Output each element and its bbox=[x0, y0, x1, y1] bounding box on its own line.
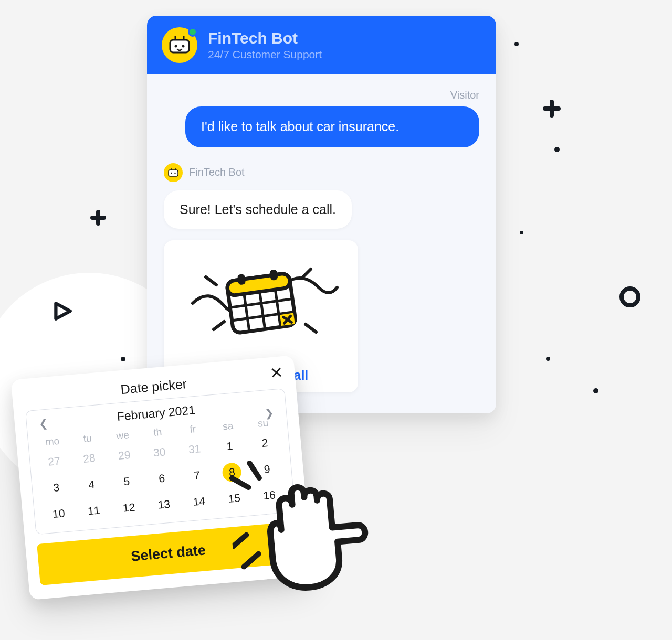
svg-line-12 bbox=[306, 324, 316, 332]
calendar-day[interactable]: 3 bbox=[39, 472, 75, 503]
bot-title: FinTech Bot bbox=[208, 29, 322, 47]
svg-line-27 bbox=[243, 554, 260, 567]
calendar-illustration bbox=[177, 240, 345, 358]
presence-indicator bbox=[188, 27, 197, 37]
calendar-day-header: th bbox=[141, 423, 175, 442]
svg-line-24 bbox=[232, 477, 249, 489]
visitor-message: I'd like to talk about car insurance. bbox=[185, 106, 479, 147]
close-icon: ✕ bbox=[269, 364, 284, 382]
dot-icon bbox=[593, 388, 598, 393]
pointer-hand-icon bbox=[225, 450, 384, 599]
chat-header: FinTech Bot 24/7 Customer Support bbox=[147, 16, 496, 74]
calendar-day[interactable]: 28 bbox=[72, 446, 107, 471]
svg-line-25 bbox=[249, 462, 259, 478]
dot-icon bbox=[520, 231, 523, 234]
calendar-day[interactable]: 2 bbox=[247, 431, 282, 455]
prev-month-button[interactable]: ❮ bbox=[36, 415, 51, 431]
circle-icon bbox=[620, 286, 640, 307]
calendar-day[interactable]: 29 bbox=[107, 443, 142, 467]
calendar-day[interactable]: 31 bbox=[177, 437, 212, 462]
bot-name-label: FinTech Bot bbox=[189, 166, 245, 178]
calendar-day-header: tu bbox=[70, 429, 105, 447]
calendar-day[interactable]: 30 bbox=[142, 440, 177, 465]
calendar-day[interactable]: 1 bbox=[212, 434, 247, 458]
plus-icon bbox=[543, 100, 561, 118]
robot-icon bbox=[167, 168, 179, 177]
svg-line-10 bbox=[206, 277, 216, 285]
cursor-hand-illustration bbox=[225, 450, 384, 599]
close-button[interactable]: ✕ bbox=[269, 365, 284, 381]
visitor-label: Visitor bbox=[164, 89, 479, 101]
bot-avatar bbox=[162, 27, 197, 63]
svg-point-9 bbox=[174, 173, 176, 174]
chevron-left-icon: ❮ bbox=[39, 418, 49, 430]
calendar-day[interactable]: 10 bbox=[41, 502, 77, 526]
calendar-day[interactable]: 11 bbox=[76, 498, 111, 523]
svg-line-26 bbox=[232, 535, 247, 547]
svg-point-4 bbox=[182, 45, 185, 48]
svg-point-3 bbox=[175, 45, 177, 48]
calendar-day[interactable]: 6 bbox=[144, 463, 180, 494]
calendar-day[interactable]: 5 bbox=[109, 466, 144, 497]
robot-icon bbox=[168, 36, 191, 55]
plus-icon bbox=[90, 210, 106, 226]
dot-icon bbox=[514, 42, 519, 46]
chat-widget: FinTech Bot 24/7 Customer Support Visito… bbox=[147, 16, 496, 413]
dot-icon bbox=[554, 147, 560, 152]
svg-line-13 bbox=[303, 269, 311, 277]
calendar-day-header: we bbox=[106, 426, 140, 444]
calendar-day-header: fr bbox=[176, 420, 211, 439]
calendar-day[interactable]: 13 bbox=[146, 492, 182, 517]
chat-body: Visitor I'd like to talk about car insur… bbox=[147, 74, 496, 413]
next-month-button[interactable]: ❯ bbox=[261, 405, 277, 421]
calendar-month-label: February 2021 bbox=[117, 403, 196, 424]
calendar-day[interactable]: 4 bbox=[74, 469, 110, 500]
play-triangle-icon bbox=[51, 300, 74, 322]
calendar-day[interactable]: 14 bbox=[182, 489, 217, 514]
svg-point-8 bbox=[171, 173, 172, 174]
chevron-right-icon: ❯ bbox=[265, 407, 275, 419]
calendar-day[interactable]: 27 bbox=[37, 449, 72, 474]
bot-avatar-small bbox=[164, 163, 183, 182]
dot-icon bbox=[546, 357, 550, 361]
calendar-icon bbox=[182, 256, 340, 345]
calendar-day[interactable]: 12 bbox=[111, 495, 146, 520]
bot-sender-row: FinTech Bot bbox=[164, 163, 479, 182]
calendar-day-header: sa bbox=[211, 417, 245, 435]
calendar-day[interactable]: 7 bbox=[179, 460, 215, 490]
calendar-day-header: mo bbox=[35, 432, 70, 451]
svg-rect-5 bbox=[169, 170, 178, 176]
bot-message: Sure! Let's schedule a call. bbox=[164, 190, 352, 229]
dot-icon bbox=[121, 357, 125, 361]
svg-line-11 bbox=[214, 322, 224, 329]
bot-subtitle: 24/7 Customer Support bbox=[208, 48, 322, 61]
